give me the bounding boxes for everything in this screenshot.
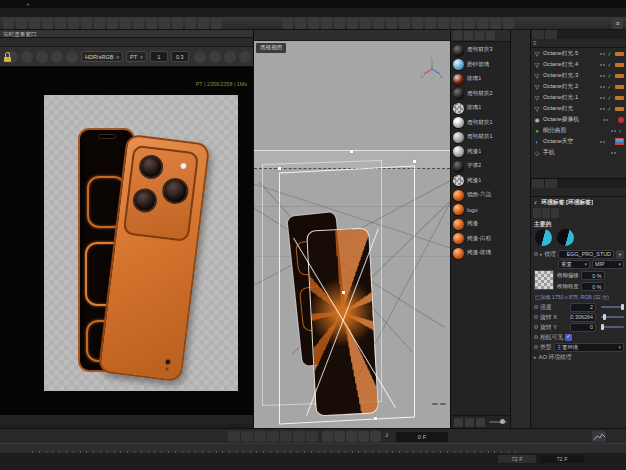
enable-check-icon[interactable] — [607, 51, 613, 57]
visibility-dots[interactable] — [611, 130, 616, 132]
type-select[interactable]: 主要环境 ▾ — [554, 343, 624, 352]
env-texture-thumb[interactable] — [535, 229, 552, 246]
enable-check-icon[interactable] — [607, 106, 613, 112]
visibility-dots[interactable] — [600, 86, 605, 88]
object-row[interactable]: ◐ Octane天空 — [531, 136, 626, 147]
current-frame-field[interactable]: 0 F — [396, 432, 448, 442]
visibility-dots[interactable] — [600, 141, 605, 143]
material-item[interactable]: 烤漆-白粒 — [451, 232, 510, 247]
exposure-field[interactable]: 0.3 — [171, 51, 189, 62]
range-start-field[interactable]: 72 F — [498, 455, 536, 463]
cage-handle[interactable] — [413, 160, 416, 163]
power-field[interactable]: 2 — [570, 303, 596, 312]
viewport-view-tab[interactable]: 透视视图 — [256, 43, 286, 53]
object-row[interactable]: ▽ Octane灯光.1 — [531, 92, 626, 103]
enable-check-icon[interactable] — [607, 95, 613, 101]
blur-offset-field[interactable]: 0 % — [581, 271, 605, 280]
viewport-phone-front-object[interactable] — [306, 227, 379, 416]
cage-handle[interactable] — [278, 167, 281, 170]
visibility-dots[interactable] — [611, 152, 616, 154]
slider-knob[interactable] — [500, 419, 505, 424]
cage-handle[interactable] — [342, 291, 345, 294]
keyframe-dot[interactable] — [534, 335, 538, 339]
visibility-dots[interactable] — [600, 75, 605, 77]
material-item[interactable]: 烤漆1 — [451, 145, 510, 160]
workspace-tab[interactable] — [550, 8, 558, 17]
slider-knob[interactable] — [621, 304, 624, 310]
visibility-dots[interactable] — [603, 119, 608, 121]
workspace-tab[interactable] — [566, 8, 574, 17]
material-item[interactable]: 磨砂玻璃 — [451, 58, 510, 73]
object-row[interactable]: ▽ Octane灯光.2 — [531, 81, 626, 92]
attribute-tab[interactable] — [533, 208, 541, 218]
enable-check-icon[interactable] — [618, 128, 624, 134]
material-item[interactable]: 透明材质1 — [451, 116, 510, 131]
material-item[interactable]: 玻璃1 — [451, 101, 510, 116]
camera-visible-checkbox[interactable] — [565, 334, 572, 341]
env-texture-thumb[interactable] — [557, 229, 574, 246]
visibility-dots[interactable] — [600, 108, 605, 110]
power-slider[interactable] — [601, 306, 624, 308]
object-tag-chip[interactable] — [615, 63, 624, 67]
workspace-tab[interactable] — [574, 8, 582, 17]
object-row[interactable]: ▽ Octane灯光.3 — [531, 70, 626, 81]
visibility-dots[interactable] — [600, 53, 605, 55]
workspace-tab[interactable] — [542, 8, 550, 17]
material-item[interactable]: 镜面-六边 — [451, 188, 510, 203]
attribute-panel-tab[interactable] — [532, 179, 544, 188]
material-item[interactable]: 透明材质3 — [451, 43, 510, 58]
range-end-field[interactable]: 72 F — [540, 455, 584, 463]
attribute-tab[interactable] — [542, 208, 550, 218]
expand-arrow-icon[interactable]: ▸ — [540, 251, 543, 257]
wrap-select[interactable]: 重复▾ — [558, 260, 590, 269]
expand-arrow-icon[interactable]: ▸ — [534, 354, 537, 360]
workspace-tab[interactable] — [606, 8, 614, 17]
enable-check-icon[interactable] — [607, 84, 613, 90]
material-item[interactable]: 烤漆 — [451, 217, 510, 232]
workspace-tab[interactable] — [614, 8, 622, 17]
axis-gizmo[interactable]: X Y Z — [420, 57, 444, 81]
workspace-tab[interactable] — [582, 8, 590, 17]
material-item[interactable]: 字体2 — [451, 159, 510, 174]
object-row[interactable]: ◇ 手机 — [531, 147, 626, 158]
object-row[interactable]: ▽ Octane灯光 — [531, 103, 626, 114]
timeline-ruler[interactable] — [0, 443, 626, 453]
material-item[interactable]: 烤漆-玻璃 — [451, 246, 510, 261]
keyframe-dot[interactable] — [534, 315, 538, 319]
colorspace-select[interactable]: HDR/sRGB▾ — [81, 51, 123, 62]
object-tag-chip[interactable] — [615, 52, 624, 56]
material-size-slider[interactable] — [489, 421, 507, 423]
object-row[interactable]: ◉ Octane摄像机 — [531, 114, 626, 125]
samples-field[interactable]: 1 — [150, 51, 168, 62]
rotx-slider[interactable] — [601, 316, 624, 318]
visibility-dots[interactable] — [600, 97, 605, 99]
texture-path-field[interactable]: EGG_PRO_STUD — [558, 250, 614, 259]
texture-preview-thumb[interactable] — [534, 270, 554, 290]
object-row[interactable]: ▽ Octane灯光.5 — [531, 48, 626, 59]
object-tag-chip[interactable] — [615, 107, 624, 111]
object-row[interactable]: ▽ Octane灯光.4 — [531, 59, 626, 70]
keyframe-dot[interactable] — [534, 325, 538, 329]
render-canvas[interactable]: PT | 2356/2358 | 1Ms — [0, 67, 253, 415]
material-item[interactable]: logo — [451, 203, 510, 218]
fcurve-icon[interactable] — [592, 431, 606, 442]
keyframe-dot[interactable] — [534, 305, 538, 309]
viewport-scene[interactable]: 透视视图 — [254, 41, 450, 428]
burger-menu-icon[interactable]: ≡ — [533, 40, 537, 46]
object-row[interactable]: ● 细分曲面 — [531, 125, 626, 136]
material-item[interactable]: 烤漆1 — [451, 174, 510, 189]
layout-menu-icon[interactable]: ≡ — [612, 18, 623, 29]
null-point-handle[interactable] — [350, 150, 353, 153]
visibility-dots[interactable] — [600, 64, 605, 66]
object-manager-tab[interactable] — [545, 30, 557, 39]
object-manager-tab[interactable] — [532, 30, 544, 39]
roty-slider[interactable] — [601, 326, 624, 328]
texture-browse-button[interactable]: ▾ — [616, 250, 624, 259]
keyframe-dot[interactable] — [534, 252, 538, 256]
kernel-select[interactable]: PT▾ — [126, 51, 147, 62]
workspace-tab[interactable] — [598, 8, 606, 17]
object-tag-chip[interactable] — [615, 85, 624, 89]
attribute-tab[interactable] — [551, 208, 559, 218]
object-tag-chip[interactable] — [615, 138, 624, 145]
material-item[interactable]: 透明材质1 — [451, 130, 510, 145]
